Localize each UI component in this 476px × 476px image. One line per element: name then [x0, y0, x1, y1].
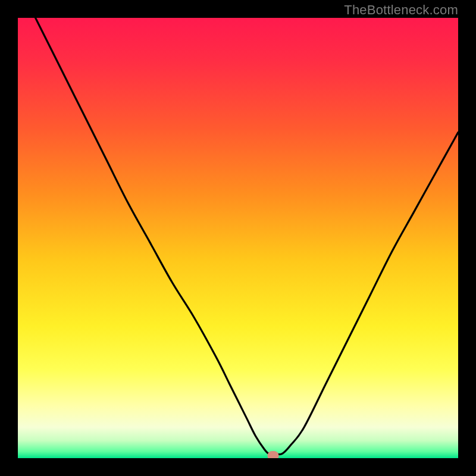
- curve-layer: [18, 18, 458, 458]
- watermark-text: TheBottleneck.com: [344, 2, 458, 18]
- optimal-point-marker: [268, 451, 279, 458]
- plot-area: [18, 18, 458, 458]
- bottleneck-curve: [36, 18, 458, 455]
- chart-frame: TheBottleneck.com: [0, 0, 476, 476]
